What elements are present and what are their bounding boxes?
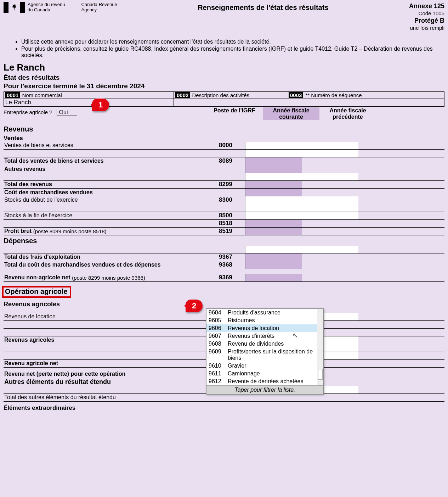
- line-stocks-fin: Stocks à la fin de l'exercice 8500: [4, 212, 444, 220]
- field-code: 0001: [5, 92, 20, 98]
- instructions-list: Utilisez cette annexe pour déclarer les …: [14, 39, 441, 58]
- company-name: Le Ranch: [4, 62, 444, 73]
- field-label: Description des activités: [192, 92, 249, 98]
- section-elements-extra: Éléments extraordinaires: [4, 404, 444, 412]
- line-ventes-biens: Ventes de biens et services 8000: [4, 142, 444, 150]
- agency-name-fr: Agence du revenu du Canada: [28, 2, 65, 13]
- callout-1: 1: [92, 99, 109, 111]
- dropdown-option[interactable]: 9605Ristournes: [206, 317, 323, 324]
- line-total-autres-el: Total des autres éléments du résultat ét…: [4, 394, 444, 402]
- maple-leaf-icon: [10, 3, 18, 12]
- field-label: ** Numéro de séquence: [305, 92, 362, 98]
- canada-flag-icon: [4, 2, 25, 13]
- line-rev-non-ag: Revenu non-agricole net (poste 8299 moin…: [4, 274, 444, 282]
- line-blank: [4, 173, 444, 181]
- dropdown-option[interactable]: 9609Profits/pertes sur la disposition de…: [206, 348, 323, 362]
- line-autres-revenus: Autres revenus: [4, 165, 444, 173]
- section-ventes: Ventes: [4, 135, 444, 142]
- field-description: 0002 Description des activités: [174, 92, 287, 106]
- id-fields-row: 0001 Nom commercial Le Ranch 0002 Descri…: [4, 91, 444, 107]
- dropdown-option[interactable]: 9610Gravier: [206, 362, 323, 370]
- gov-logo-block: Agence du revenu du Canada Canada Revenu…: [4, 2, 117, 13]
- field-label: Nom commercial: [22, 92, 62, 98]
- amount-current[interactable]: [245, 142, 302, 149]
- col-header-current: Année fiscale courante: [263, 107, 319, 120]
- line-total-frais: Total des frais d'exploitation 9367: [4, 253, 444, 261]
- section-depenses: Dépenses: [4, 237, 444, 245]
- line-total-revenus: Total des revenus 8299: [4, 181, 444, 189]
- line-blank: [4, 204, 444, 212]
- dropdown-option[interactable]: 9608Revenu de dividendes: [206, 340, 323, 348]
- line-8518: 8518: [4, 220, 444, 228]
- section-revenus: Revenus: [4, 125, 444, 133]
- col-header-gcode: Poste de l'IGRF: [206, 107, 263, 120]
- form-header: Agence du revenu du Canada Canada Revenu…: [4, 2, 444, 32]
- line-total-ventes: Total des ventes de biens et services 80…: [4, 157, 444, 165]
- instruction-item: Utilisez cette annexe pour déclarer les …: [21, 39, 434, 45]
- dropdown-option[interactable]: 9607Revenus d'intérêts: [206, 332, 323, 340]
- section-rev-agricoles: Revenus agricoles: [4, 301, 444, 308]
- line-stocks-debut: Stocks du début de l'exercice 8300: [4, 196, 444, 204]
- field-value[interactable]: [174, 99, 287, 106]
- line-profit-brut: Profit brut (poste 8089 moins poste 8518…: [4, 228, 444, 235]
- scrollbar[interactable]: [317, 309, 323, 385]
- line-blank: [4, 246, 444, 253]
- ag-question-label: Entreprise agricole ?: [4, 109, 52, 115]
- field-value[interactable]: [287, 99, 444, 106]
- form-title: Renseignements de l'état des résultats: [117, 2, 409, 12]
- dropdown-filter-hint: Taper pour filtrer la liste.: [206, 385, 323, 394]
- period-line: Pour l'exercice terminé le 31 décembre 2…: [4, 82, 444, 90]
- line-cout-marchv-h: Coût des marchandises vendues: [4, 189, 444, 196]
- ag-answer-select[interactable]: Oui: [57, 109, 78, 116]
- instruction-item: Pour plus de précisions, consultez le gu…: [21, 46, 434, 58]
- field-code: 0003: [289, 92, 303, 98]
- dropdown-option[interactable]: 9611Camionnage: [206, 370, 323, 378]
- field-sequence: 0003 ** Numéro de séquence: [287, 92, 444, 106]
- form-annex-info: Annexe 125 Code 1005 Protégé B une fois …: [409, 2, 444, 32]
- agency-name-en: Canada Revenue Agency: [81, 2, 117, 13]
- dropdown-option[interactable]: 9606Revenus de location: [206, 324, 323, 332]
- field-code: 0002: [175, 92, 190, 98]
- line-total-cout: Total du coût des marchandises vendues e…: [4, 261, 444, 269]
- dropdown-option[interactable]: 9604Produits d'assurance: [206, 309, 323, 317]
- amount-prev[interactable]: [302, 142, 358, 149]
- scrollbar-thumb[interactable]: [318, 369, 323, 380]
- highlight-operation-agricole: Opération agricole: [2, 286, 71, 298]
- statement-subtitle: État des résultats: [4, 74, 444, 82]
- dropdown-option[interactable]: 9612Revente de denrées achetées: [206, 378, 323, 385]
- callout-2: 2: [186, 300, 203, 312]
- line-blank: [4, 150, 444, 157]
- gcode-dropdown[interactable]: 9604Produits d'assurance9605Ristournes96…: [206, 308, 324, 395]
- col-header-prev: Année fiscale précédente: [319, 107, 376, 120]
